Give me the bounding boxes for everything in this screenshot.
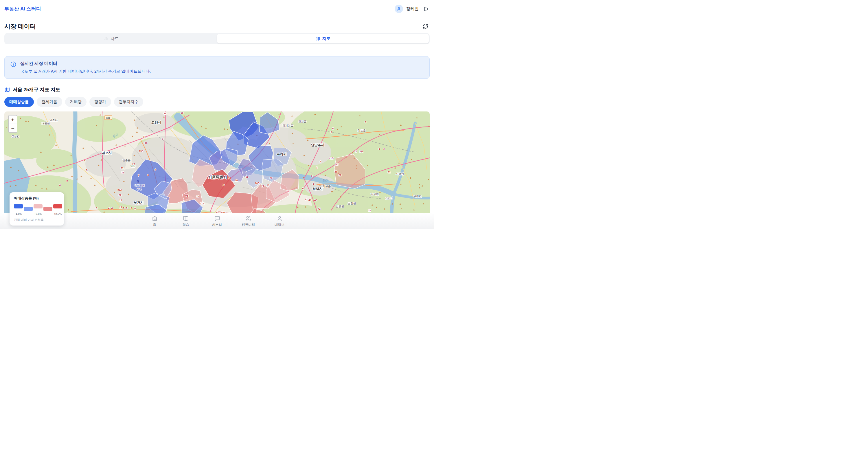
map-place-label: 공항 bbox=[136, 187, 142, 191]
map-place-label: 3 bbox=[316, 166, 318, 169]
map-place-label: 와부읍 bbox=[322, 185, 331, 188]
map-place-label: 5 bbox=[86, 169, 88, 172]
nav-item-내정보[interactable]: 내정보 bbox=[270, 215, 289, 227]
map-place-label: 7 bbox=[138, 174, 140, 177]
map-place-label: 4 bbox=[108, 207, 110, 209]
map-place-label: 21 bbox=[261, 185, 264, 188]
map-place-label: 6 bbox=[333, 127, 334, 130]
bottom-navigation: 홈학습AI분석커뮤니티내정보 bbox=[0, 213, 434, 229]
map-place-label: 6 bbox=[365, 121, 366, 124]
map-place-label: 서울특별시 bbox=[208, 175, 227, 179]
seoul-districts-map[interactable]: 고양시김포시남양주시구리시하남시부천시서울특별시양촌읍대곶면길상면고촌읍진건읍퇴… bbox=[4, 111, 430, 224]
map-place-label: 3 bbox=[96, 207, 97, 209]
map-place-label: 23 bbox=[335, 170, 337, 173]
indicator-chips: 매매상승률전세가율거래량평당가갭투자지수 bbox=[4, 97, 430, 107]
nav-item-홈[interactable]: 홈 bbox=[145, 215, 164, 227]
map-place-label: 한강 bbox=[322, 179, 328, 182]
map-place-label: 김포시 bbox=[102, 151, 112, 154]
zoom-out-button[interactable]: − bbox=[9, 124, 17, 132]
map-place-label: 32 bbox=[368, 209, 371, 212]
chip-갭투자지수[interactable]: 갭투자지수 bbox=[114, 97, 144, 107]
tab-chart[interactable]: 차트 bbox=[5, 34, 217, 44]
refresh-icon bbox=[423, 23, 429, 29]
map-place-label: 5 bbox=[305, 198, 307, 201]
map-place-label: 19B bbox=[139, 150, 144, 152]
map-place-label: 화도읍 bbox=[358, 129, 366, 132]
map-place-label: 6 bbox=[134, 207, 136, 210]
map-place-label: 하남시 bbox=[313, 187, 322, 191]
legend-swatches bbox=[14, 204, 60, 212]
chip-평당가[interactable]: 평당가 bbox=[89, 97, 111, 107]
map-place-label: 2 bbox=[162, 138, 163, 140]
legend-swatch bbox=[24, 207, 33, 211]
map-place-label: 고촌읍 bbox=[122, 159, 130, 162]
map-place-label: 진건읍 bbox=[298, 120, 306, 123]
nav-item-AI분석[interactable]: AI분석 bbox=[208, 215, 226, 227]
nav-item-학습[interactable]: 학습 bbox=[177, 215, 195, 227]
map-zoom-control: + − bbox=[8, 115, 18, 133]
map-place-label: 18 bbox=[145, 142, 148, 144]
page-title: 시장 데이터 bbox=[4, 22, 36, 30]
banner-body: 국토부 실거래가 API 기반 데이터입니다. 24시간 주기로 업데이트됩니다… bbox=[20, 69, 151, 74]
page: 부동산 AI 스터디 정케빈 시장 데이터 bbox=[0, 0, 434, 229]
map-place-label: 41B bbox=[329, 157, 334, 160]
home-icon bbox=[151, 215, 158, 222]
legend-swatch-label: +2.5% bbox=[53, 212, 62, 216]
map-place-label: 43 bbox=[308, 199, 311, 201]
map-place-label: 길상면 bbox=[11, 135, 20, 138]
info-icon bbox=[10, 61, 17, 67]
nav-item-label: AI분석 bbox=[212, 223, 222, 227]
tab-map[interactable]: 지도 bbox=[217, 34, 429, 44]
map-place-label: 1 bbox=[313, 182, 314, 185]
nav-item-커뮤니티[interactable]: 커뮤니티 bbox=[239, 215, 257, 227]
map-place-label: 8 bbox=[148, 174, 149, 177]
legend-swatch bbox=[14, 204, 23, 208]
map-place-label: 퇴계원읍 bbox=[282, 124, 293, 127]
map-place-label: 옥천면 bbox=[413, 195, 422, 198]
logout-button[interactable] bbox=[422, 5, 430, 13]
map-place-label: 양촌읍 bbox=[50, 118, 58, 122]
map-place-label: 3 bbox=[379, 147, 380, 150]
nav-item-label: 내정보 bbox=[275, 223, 285, 227]
info-banner: 실시간 시장 데이터 국토부 실거래가 API 기반 데이터입니다. 24시간 … bbox=[4, 56, 430, 79]
legend-swatch-labels: -1.0%+0.8%+2.5% bbox=[14, 212, 60, 216]
view-tabs: 차트 지도 bbox=[4, 33, 430, 44]
zoom-in-button[interactable]: + bbox=[9, 116, 17, 124]
map-place-label: 5 bbox=[331, 131, 332, 134]
map-place-label: 42 bbox=[314, 199, 317, 201]
legend-swatch-label bbox=[24, 212, 33, 216]
refresh-button[interactable] bbox=[421, 22, 430, 30]
map-place-label: 2 bbox=[66, 179, 68, 182]
legend-swatch bbox=[34, 204, 42, 208]
map-place-label: 22A bbox=[118, 189, 122, 191]
map-place-label: 11A bbox=[200, 202, 204, 205]
nav-item-label: 홈 bbox=[153, 223, 156, 227]
person-icon bbox=[396, 6, 401, 11]
map-place-label: 11 bbox=[246, 175, 248, 178]
chip-거래량[interactable]: 거래량 bbox=[65, 97, 87, 107]
map-place-label: 5 bbox=[126, 207, 128, 209]
map-place-label: 서종면 bbox=[396, 172, 404, 175]
map-place-label: 24 bbox=[119, 206, 122, 209]
map-icon bbox=[315, 36, 320, 41]
legend-swatch-label: +0.8% bbox=[34, 212, 42, 216]
chip-전세가율[interactable]: 전세가율 bbox=[37, 97, 62, 107]
chat-icon bbox=[214, 215, 220, 222]
map-place-label: 9 bbox=[155, 168, 156, 171]
map-place-label: 22 bbox=[339, 174, 341, 177]
avatar[interactable] bbox=[395, 5, 403, 13]
app-logo[interactable]: 부동산 AI 스터디 bbox=[4, 5, 41, 12]
map-place-label: 21 bbox=[267, 183, 270, 187]
map-place-label: 21 bbox=[121, 167, 124, 170]
map-legend-card: 매매상승률 (%) -1.0%+0.8%+2.5% 전월 대비 가격 변화율 bbox=[9, 192, 64, 226]
tab-map-label: 지도 bbox=[322, 36, 331, 41]
legend-swatch bbox=[43, 207, 52, 211]
chip-매매상승률[interactable]: 매매상승률 bbox=[4, 97, 34, 107]
map-place-label: 23 bbox=[270, 177, 273, 179]
map-canvas: 고양시김포시남양주시구리시하남시부천시서울특별시양촌읍대곶면길상면고촌읍진건읍퇴… bbox=[4, 111, 430, 224]
legend-swatch-label: -1.0% bbox=[14, 212, 23, 216]
map-place-label: 4 bbox=[112, 207, 113, 209]
map-place-label: 대곶면 bbox=[42, 122, 50, 125]
map-place-label: 16 bbox=[181, 111, 183, 114]
map-place-label: 20 bbox=[132, 163, 135, 166]
